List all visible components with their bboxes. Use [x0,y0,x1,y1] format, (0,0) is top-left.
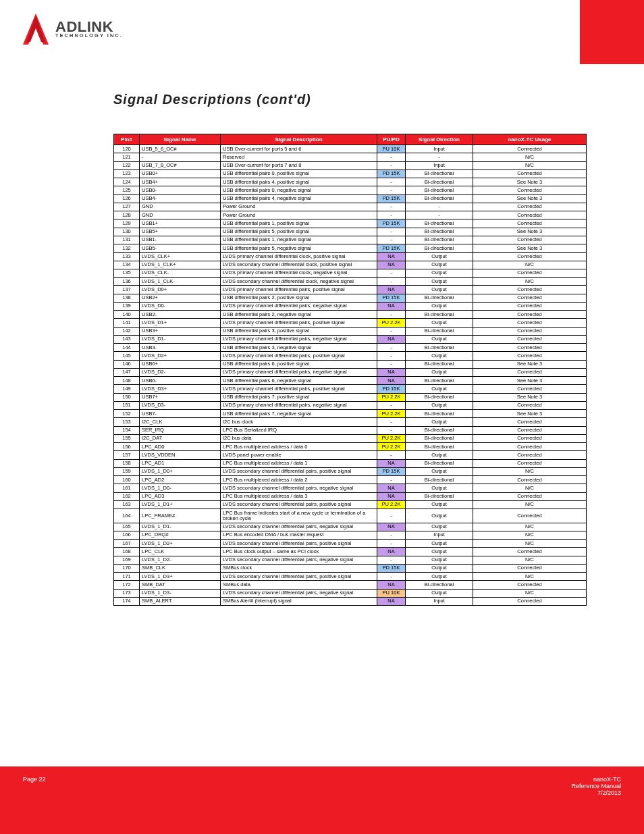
cell-signal-name: LVDS_D1- [140,335,221,343]
cell-pupd: PD 15K [377,294,406,302]
cell-signal-name: LVDS_1_D2- [140,556,221,564]
cell-description: USB differential pairs 3, negative signa… [221,344,377,352]
cell-signal-name: LVDS_CLK+ [140,253,221,261]
cell-usage: N/C [473,556,587,564]
cell-direction: Output [406,319,473,327]
cell-signal-name: USB4+ [140,178,221,186]
cell-signal-name: LVDS_VDDEN [140,451,221,459]
cell-description: LVDS secondary channel differential pair… [221,556,377,564]
cell-direction: Bi-directional [406,178,473,186]
cell-description: LVDS primary channel differential pairs,… [221,385,377,393]
cell-usage: N/C [473,467,587,475]
cell-description: LVDS secondary channel differential pair… [221,467,377,475]
cell-signal-name: LVDS_1_D0+ [140,467,221,475]
cell-description: LPC Bus clock output – same as PCI clock [221,548,377,556]
cell-usage: Connected [473,335,587,343]
cell-usage: Connected [473,253,587,261]
cell-usage: Connected [473,459,587,467]
cell-pin: 123 [114,170,140,178]
cell-pin: 161 [114,484,140,492]
cell-description: LVDS primary channel differential pairs,… [221,335,377,343]
cell-signal-name: LVDS_1_CLK- [140,278,221,286]
cell-signal-name: LVDS_D0+ [140,286,221,294]
cell-pin: 167 [114,540,140,548]
cell-pupd: - [377,540,406,548]
cell-pupd: NA [377,377,406,385]
cell-pin: 172 [114,581,140,589]
cell-pin: 134 [114,261,140,269]
cell-usage: Connected [473,344,587,352]
cell-signal-name: LPC_AD2 [140,476,221,484]
cell-pin: 127 [114,203,140,211]
cell-pupd: - [377,418,406,426]
cell-pin: 120 [114,145,140,153]
cell-pin: 135 [114,269,140,277]
page-footer: Page 22 nanoX-TC Reference Manual 7/2/20… [0,766,644,834]
cell-usage: See Note 3 [473,410,587,418]
table-row: 171LVDS_1_D3+LVDS secondary channel diff… [114,573,587,581]
cell-pupd: PU 10K [377,589,406,597]
cell-pin: 150 [114,393,140,401]
cell-pupd: - [377,360,406,368]
cell-usage: Connected [473,294,587,302]
footer-doc-date: 7/2/2013 [571,789,621,796]
cell-direction: Bi-directional [406,360,473,368]
cell-usage: N/C [473,484,587,492]
table-row: 138USB2+USB differential pairs 2, positi… [114,294,587,302]
cell-description: USB Over-current for ports 7 and 8 [221,161,377,170]
cell-usage: Connected [473,327,587,335]
cell-direction: Input [406,145,473,153]
cell-description: LVDS primary channel differential pairs,… [221,286,377,294]
cell-usage: Connected [473,564,587,572]
table-row: 172SMB_DATSMBus dataNABi-directionalConn… [114,581,587,589]
table-row: 134LVDS_1_CLK+LVDS secondary channel dif… [114,261,587,269]
cell-pupd: PU 10K [377,145,406,153]
cell-signal-name: LVDS_D3+ [140,385,221,393]
cell-pin: 133 [114,253,140,261]
cell-signal-name: USB5- [140,244,221,253]
cell-pupd: PU 2.2K [377,393,406,401]
table-row: 140USB2-USB differential pairs 2, negati… [114,311,587,319]
cell-description: USB differential pairs 1, negative signa… [221,236,377,244]
cell-description: LPC Bus multiplexed address / data 0 [221,443,377,451]
cell-description: USB differential pairs 3, positive signa… [221,327,377,335]
cell-pin: 125 [114,186,140,194]
cell-direction: Bi-directional [406,311,473,319]
cell-pin: 140 [114,311,140,319]
cell-description: I2C bus data [221,434,377,442]
th-dir: Signal Direction [406,134,473,145]
cell-usage: Connected [473,548,587,556]
cell-description: LVDS secondary channel differential pair… [221,500,377,509]
cell-pupd: - [377,186,406,194]
table-row: 164LPC_FRAME#LPC Bus frame indicates sta… [114,509,587,523]
cell-usage: Connected [473,509,587,523]
cell-signal-name: USB_5_6_OC# [140,145,221,153]
cell-direction: Bi-directional [406,236,473,244]
cell-pupd: NA [377,286,406,294]
cell-direction: Bi-directional [406,377,473,385]
cell-pupd: - [377,451,406,459]
signal-table-container: Pin# Signal Name Signal Description PU/P… [113,134,586,606]
cell-description: LVDS primary channel differential clock,… [221,269,377,277]
cell-usage: N/C [473,573,587,581]
cell-description: LVDS secondary channel differential pair… [221,589,377,597]
cell-direction: Bi-directional [406,244,473,253]
cell-signal-name: GND [140,211,221,219]
cell-pupd: NA [377,597,406,605]
cell-usage: See Note 3 [473,377,587,385]
cell-signal-name: LPC_AD0 [140,443,221,451]
cell-pin: 128 [114,211,140,219]
cell-pin: 130 [114,228,140,236]
cell-pin: 144 [114,344,140,352]
signal-table: Pin# Signal Name Signal Description PU/P… [113,134,587,606]
cell-description: LVDS secondary channel differential cloc… [221,261,377,269]
cell-pupd: - [377,178,406,186]
table-row: 136LVDS_1_CLK-LVDS secondary channel dif… [114,278,587,286]
cell-direction: Output [406,368,473,376]
cell-description: LPC Bus Serialized IRQ [221,426,377,434]
cell-pupd: PU 2.2K [377,500,406,509]
cell-direction: Output [406,335,473,343]
th-pupd: PU/PD [377,134,406,145]
cell-pin: 154 [114,426,140,434]
table-row: 174SMB_ALERTSMBus Alert# (interrupt) sig… [114,597,587,605]
